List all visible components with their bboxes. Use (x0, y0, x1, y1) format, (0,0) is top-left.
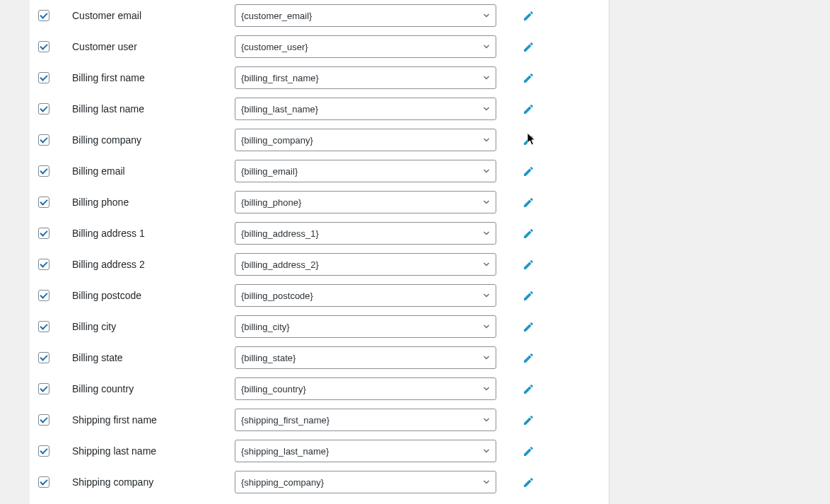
field-row: Billing email{billing_email} (30, 156, 609, 187)
chevron-down-icon (481, 166, 491, 176)
select-value: {billing_phone} (241, 197, 301, 208)
field-value-select[interactable]: {billing_address_2} (235, 253, 496, 276)
chevron-down-icon (481, 135, 491, 145)
field-row: Billing phone{billing_phone} (30, 187, 609, 218)
edit-button[interactable] (510, 41, 546, 53)
field-value-select[interactable]: {billing_company} (235, 129, 496, 151)
select-value: {billing_state} (241, 353, 296, 363)
select-value: {billing_email} (241, 166, 298, 177)
field-value-select[interactable]: {billing_last_name} (235, 98, 496, 120)
edit-button[interactable] (510, 259, 546, 271)
edit-button[interactable] (510, 352, 546, 364)
field-value-select[interactable]: {shipping_last_name} (235, 440, 496, 462)
enable-checkbox[interactable] (38, 414, 49, 426)
edit-button[interactable] (510, 476, 546, 488)
chevron-down-icon (481, 104, 491, 114)
select-value: {billing_first_name} (241, 73, 319, 83)
edit-button[interactable] (510, 134, 546, 146)
enable-checkbox[interactable] (38, 445, 49, 457)
select-value: {customer_user} (241, 42, 308, 52)
pencil-icon (522, 103, 534, 115)
select-value: {billing_city} (241, 322, 290, 332)
chevron-down-icon (481, 353, 491, 363)
field-value-select[interactable]: {billing_city} (235, 315, 496, 338)
enable-checkbox[interactable] (38, 476, 49, 488)
enable-checkbox[interactable] (38, 10, 49, 21)
field-row: Billing company{billing_company} (30, 124, 609, 156)
select-value: {customer_email} (241, 11, 312, 21)
pencil-icon (522, 72, 534, 84)
enable-checkbox[interactable] (38, 321, 49, 332)
field-label: Billing city (72, 321, 235, 332)
field-value-select[interactable]: {billing_state} (235, 346, 496, 369)
checkbox-wrap (38, 41, 72, 52)
field-row: Customer email{customer_email} (30, 0, 609, 31)
field-value-select[interactable]: {billing_first_name} (235, 66, 496, 89)
pencil-icon (522, 352, 534, 364)
field-value-select[interactable]: {shipping_first_name} (235, 409, 496, 431)
edit-button[interactable] (510, 383, 546, 395)
edit-button[interactable] (510, 165, 546, 177)
field-value-select[interactable]: {billing_country} (235, 377, 496, 400)
enable-checkbox[interactable] (38, 103, 49, 115)
edit-button[interactable] (510, 228, 546, 240)
enable-checkbox[interactable] (38, 165, 49, 177)
enable-checkbox[interactable] (38, 228, 49, 239)
chevron-down-icon (481, 11, 491, 20)
enable-checkbox[interactable] (38, 197, 49, 208)
chevron-down-icon (481, 384, 491, 394)
pencil-icon (522, 10, 534, 22)
field-value-select[interactable]: {customer_user} (235, 35, 496, 58)
field-row: Billing address 1{billing_address_1} (30, 218, 609, 249)
pencil-icon (522, 228, 534, 240)
field-value-select[interactable]: {billing_email} (235, 160, 496, 182)
fields-panel: Customer email{customer_email}Customer u… (30, 0, 609, 504)
checkbox-wrap (38, 476, 72, 488)
field-row: Billing country{billing_country} (30, 373, 609, 404)
pencil-icon (522, 165, 534, 177)
enable-checkbox[interactable] (38, 290, 49, 301)
edit-button[interactable] (510, 445, 546, 457)
checkbox-wrap (38, 321, 72, 332)
enable-checkbox[interactable] (38, 41, 49, 52)
field-value-select[interactable]: {billing_address_1} (235, 222, 496, 245)
edit-button[interactable] (510, 72, 546, 84)
edit-button[interactable] (510, 290, 546, 302)
field-value-select[interactable]: {billing_phone} (235, 191, 496, 213)
checkbox-wrap (38, 414, 72, 426)
select-value: {billing_address_2} (241, 259, 319, 270)
field-row: Customer user{customer_user} (30, 31, 609, 62)
edit-button[interactable] (510, 10, 546, 22)
pencil-icon (522, 197, 534, 209)
edit-button[interactable] (510, 197, 546, 209)
select-value: {shipping_first_name} (241, 415, 329, 426)
enable-checkbox[interactable] (38, 134, 49, 146)
select-value: {billing_last_name} (241, 104, 318, 115)
field-row: Billing last name{billing_last_name} (30, 93, 609, 124)
select-value: {shipping_company} (241, 477, 324, 488)
edit-button[interactable] (510, 414, 546, 426)
field-value-select[interactable]: {customer_email} (235, 4, 496, 27)
edit-button[interactable] (510, 321, 546, 333)
field-row: Billing postcode{billing_postcode} (30, 280, 609, 311)
field-label: Billing address 2 (72, 259, 235, 270)
field-row: Shipping company{shipping_company} (30, 467, 609, 498)
field-value-select[interactable]: {billing_postcode} (235, 284, 496, 307)
pencil-icon (522, 134, 534, 146)
field-label: Billing state (72, 352, 235, 363)
field-label: Shipping last name (72, 445, 235, 457)
enable-checkbox[interactable] (38, 383, 49, 394)
enable-checkbox[interactable] (38, 72, 49, 83)
enable-checkbox[interactable] (38, 352, 49, 363)
field-row: Shipping last name{shipping_last_name} (30, 435, 609, 467)
chevron-down-icon (481, 259, 491, 269)
edit-button[interactable] (510, 103, 546, 115)
field-value-select[interactable]: {shipping_company} (235, 471, 496, 493)
pencil-icon (522, 445, 534, 457)
pencil-icon (522, 259, 534, 271)
enable-checkbox[interactable] (38, 259, 49, 270)
chevron-down-icon (481, 228, 491, 238)
select-value: {billing_postcode} (241, 291, 313, 301)
checkbox-wrap (38, 352, 72, 363)
field-label: Billing postcode (72, 290, 235, 301)
